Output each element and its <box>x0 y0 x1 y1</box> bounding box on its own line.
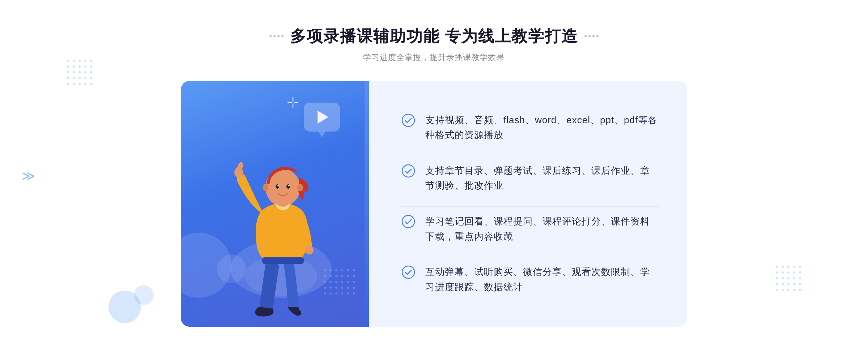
svg-point-36 <box>782 277 784 279</box>
check-icon-1 <box>401 113 415 127</box>
svg-point-95 <box>297 184 303 191</box>
header-decoration: 多项录播课辅助功能 专为线上教学打造 <box>269 26 599 47</box>
main-content: 支持视频、音频、flash、word、excel、ppt、pdf等各种格式的资源… <box>181 81 687 327</box>
svg-point-24 <box>90 83 92 85</box>
feature-item-4: 互动弹幕、试听购买、微信分享、观看次数限制、学习进度跟踪、数据统计 <box>401 257 658 302</box>
feature-text-1: 支持视频、音频、flash、word、excel、ppt、pdf等各种格式的资源… <box>425 113 658 143</box>
svg-point-82 <box>347 292 349 295</box>
svg-point-30 <box>776 271 778 274</box>
svg-point-98 <box>402 165 414 177</box>
svg-point-40 <box>776 283 778 285</box>
svg-point-12 <box>78 71 81 73</box>
feature-item-1: 支持视频、音频、flash、word、excel、ppt、pdf等各种格式的资源… <box>401 106 658 150</box>
svg-point-83 <box>353 292 355 295</box>
svg-point-45 <box>776 289 778 291</box>
svg-point-91 <box>286 184 290 189</box>
svg-point-22 <box>78 83 81 85</box>
svg-point-94 <box>263 184 268 191</box>
svg-point-59 <box>353 269 355 271</box>
svg-point-7 <box>78 65 81 68</box>
svg-point-97 <box>402 114 414 126</box>
svg-point-15 <box>67 77 69 79</box>
svg-point-48 <box>793 289 795 291</box>
dot-grid-top-left <box>65 58 94 88</box>
svg-point-87 <box>305 246 314 254</box>
svg-point-19 <box>90 77 92 79</box>
svg-point-93 <box>288 185 290 186</box>
svg-point-3 <box>84 60 86 62</box>
svg-point-8 <box>84 65 86 68</box>
feature-text-3: 学习笔记回看、课程提问、课程评论打分、课件资料下载，重点内容收藏 <box>425 214 658 244</box>
svg-point-32 <box>787 271 790 274</box>
header-dot <box>584 35 587 37</box>
svg-point-16 <box>73 77 75 79</box>
svg-point-49 <box>799 289 801 291</box>
page-subtitle: 学习进度全掌握，提升录播课教学效果 <box>269 52 599 63</box>
header-dot <box>273 35 276 37</box>
svg-point-17 <box>78 77 81 79</box>
play-icon <box>318 111 328 124</box>
svg-point-18 <box>84 77 86 79</box>
svg-point-46 <box>782 289 784 291</box>
svg-point-77 <box>353 287 355 289</box>
svg-point-42 <box>787 283 790 285</box>
svg-point-23 <box>84 83 86 85</box>
sparkle-decoration <box>288 97 298 110</box>
header-dot <box>592 35 595 37</box>
arrow-left-decoration: ≫ <box>22 168 35 184</box>
svg-point-70 <box>347 281 349 283</box>
page-title: 多项录播课辅助功能 专为线上教学打造 <box>290 26 578 47</box>
svg-point-33 <box>793 271 795 274</box>
svg-point-65 <box>353 275 355 277</box>
human-figure-illustration <box>220 124 342 327</box>
svg-point-64 <box>347 275 349 277</box>
header-dots-left <box>269 35 284 37</box>
feature-item-3: 学习笔记回看、课程提问、课程评论打分、课件资料下载，重点内容收藏 <box>401 206 658 251</box>
svg-point-41 <box>782 283 784 285</box>
header-dot <box>281 35 284 37</box>
svg-point-26 <box>782 266 784 268</box>
blue-stripe-accent <box>365 81 369 327</box>
dot-grid-bottom-right <box>774 264 803 294</box>
svg-point-99 <box>402 215 414 228</box>
svg-point-25 <box>776 266 778 268</box>
header-dot <box>269 35 272 37</box>
svg-point-5 <box>67 65 69 68</box>
check-icon-3 <box>401 215 415 228</box>
svg-point-39 <box>799 277 801 279</box>
check-icon-4 <box>401 265 415 279</box>
svg-point-21 <box>73 83 75 85</box>
svg-point-6 <box>73 65 75 68</box>
svg-point-11 <box>73 71 75 73</box>
svg-point-43 <box>793 283 795 285</box>
header-dot <box>588 35 591 37</box>
svg-point-100 <box>402 266 414 278</box>
svg-point-35 <box>776 277 778 279</box>
svg-point-9 <box>90 65 92 68</box>
svg-point-1 <box>73 60 75 62</box>
header-dot <box>277 35 280 37</box>
svg-point-14 <box>90 71 92 73</box>
svg-point-28 <box>793 266 795 268</box>
svg-point-4 <box>90 60 92 62</box>
svg-point-92 <box>277 185 279 186</box>
deco-circle-small <box>134 285 154 305</box>
page-container: ≫ 多项录播课辅助功能 专为线上教学打造 学习进度全掌握，提升录播课教学效果 <box>0 0 868 352</box>
header-dots-right <box>584 35 599 37</box>
features-panel: 支持视频、音频、flash、word、excel、ppt、pdf等各种格式的资源… <box>369 81 687 327</box>
svg-point-37 <box>787 277 790 279</box>
svg-point-38 <box>793 277 795 279</box>
feature-item-2: 支持章节目录、弹题考试、课后练习、课后作业、章节测验、批改作业 <box>401 156 658 201</box>
svg-point-58 <box>347 269 349 271</box>
svg-point-20 <box>67 83 69 85</box>
svg-point-29 <box>799 266 801 268</box>
header-dot <box>596 35 599 37</box>
svg-point-34 <box>799 271 801 274</box>
illustration-panel <box>181 81 369 327</box>
svg-point-44 <box>799 283 801 285</box>
svg-point-31 <box>782 271 784 274</box>
svg-point-13 <box>84 71 86 73</box>
svg-point-27 <box>787 266 790 268</box>
svg-point-10 <box>67 71 69 73</box>
feature-text-2: 支持章节目录、弹题考试、课后练习、课后作业、章节测验、批改作业 <box>425 163 658 193</box>
